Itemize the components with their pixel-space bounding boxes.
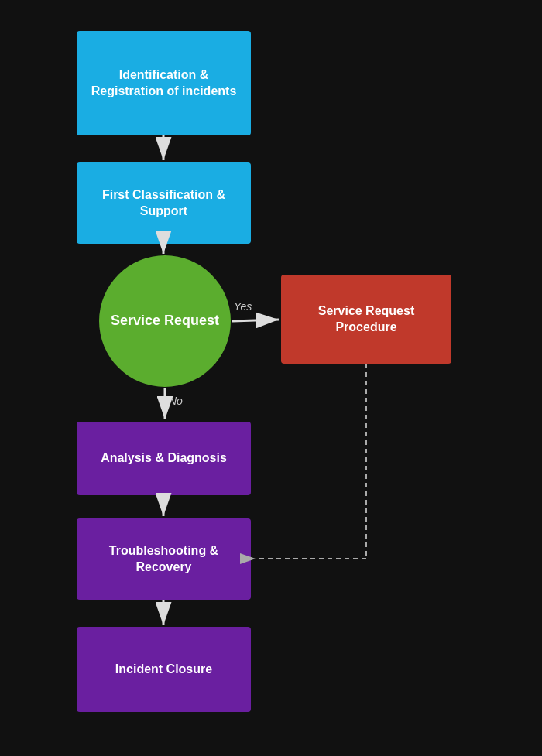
- analysis-box: Analysis & Diagnosis: [77, 422, 251, 495]
- analysis-label: Analysis & Diagnosis: [101, 450, 227, 467]
- classification-label: First Classification & Support: [84, 187, 243, 220]
- service-request-procedure-label: Service Request Procedure: [289, 303, 444, 336]
- service-request-label: Service Request: [111, 312, 219, 330]
- yes-label: Yes: [234, 300, 252, 313]
- flowchart: Identification & Registration of inciden…: [0, 0, 542, 756]
- no-label: No: [169, 395, 183, 407]
- service-request-procedure-box: Service Request Procedure: [281, 275, 451, 364]
- identification-box: Identification & Registration of inciden…: [77, 31, 251, 135]
- troubleshooting-label: Troubleshooting & Recovery: [84, 543, 243, 576]
- closure-label: Incident Closure: [115, 662, 212, 678]
- svg-line-5: [232, 320, 279, 321]
- troubleshooting-box: Troubleshooting & Recovery: [77, 518, 251, 600]
- closure-box: Incident Closure: [77, 627, 251, 712]
- identification-label: Identification & Registration of inciden…: [84, 67, 243, 100]
- classification-box: First Classification & Support: [77, 162, 251, 244]
- service-request-circle: Service Request: [99, 255, 231, 387]
